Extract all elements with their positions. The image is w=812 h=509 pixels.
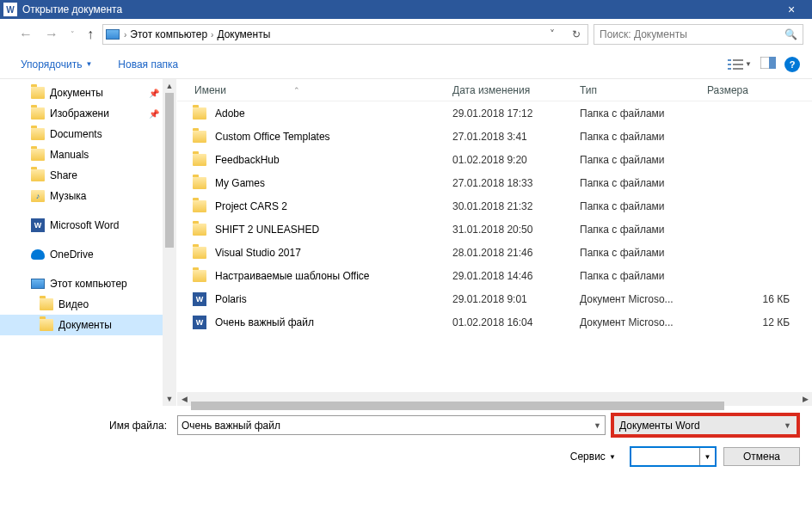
svg-rect-2 bbox=[728, 64, 731, 65]
file-name: Adobe bbox=[215, 107, 245, 120]
file-type: Папка с файлами bbox=[580, 177, 707, 189]
search-icon[interactable]: 🔍 bbox=[784, 28, 797, 40]
close-button[interactable]: × bbox=[774, 3, 809, 16]
file-list: Имени⌃ Дата изменения Тип Размера Adobe2… bbox=[177, 79, 812, 406]
sidebar-item[interactable]: Документы📌 bbox=[0, 83, 163, 103]
file-size: 16 КБ bbox=[707, 293, 812, 305]
file-type: Папка с файлами bbox=[580, 131, 707, 143]
file-row[interactable]: WОчень важный файл01.02.2018 16:04Докуме… bbox=[177, 310, 812, 334]
sidebar-item[interactable]: ♪Музыка bbox=[0, 186, 163, 206]
word-icon: W bbox=[31, 218, 45, 232]
sidebar-scrollbar[interactable]: ▲ ▼ bbox=[163, 79, 176, 406]
content-h-scrollbar[interactable]: ◀ ▶ bbox=[177, 392, 812, 406]
file-type: Папка с файлами bbox=[580, 247, 707, 259]
folder-icon bbox=[193, 200, 206, 212]
scrollbar-thumb[interactable] bbox=[165, 93, 174, 248]
preview-icon bbox=[760, 57, 776, 69]
breadcrumb-location[interactable]: Документы bbox=[217, 28, 270, 40]
sidebar-item[interactable]: WMicrosoft Word bbox=[0, 215, 163, 236]
file-date: 30.01.2018 21:32 bbox=[452, 200, 580, 212]
service-button[interactable]: Сервис▼ bbox=[563, 448, 623, 465]
svg-rect-5 bbox=[733, 68, 743, 70]
file-date: 01.02.2018 16:04 bbox=[452, 316, 580, 328]
file-row[interactable]: Настраиваемые шаблоны Office29.01.2018 1… bbox=[177, 264, 812, 287]
folder-icon bbox=[193, 177, 206, 189]
file-row[interactable]: Visual Studio 201728.01.2018 21:46Папка … bbox=[177, 241, 812, 264]
breadcrumb-pc[interactable]: Этот компьютер bbox=[130, 28, 207, 40]
organize-button[interactable]: Упорядочить▼ bbox=[15, 55, 97, 74]
file-date: 29.01.2018 9:01 bbox=[452, 293, 580, 305]
file-row[interactable]: Custom Office Templates27.01.2018 3:41Па… bbox=[177, 125, 812, 148]
sidebar-item[interactable]: Manuals bbox=[0, 144, 163, 165]
file-row[interactable]: Adobe29.01.2018 17:12Папка с файлами bbox=[177, 101, 812, 125]
up-button[interactable]: ↑ bbox=[83, 27, 97, 42]
file-date: 31.01.2018 20:50 bbox=[452, 224, 580, 236]
sidebar-item[interactable]: Этот компьютер bbox=[0, 273, 163, 294]
search-input[interactable]: Поиск: Документы 🔍 bbox=[594, 24, 803, 45]
open-split-button[interactable]: ▼ bbox=[699, 448, 715, 465]
file-row[interactable]: FeedbackHub01.02.2018 9:20Папка с файлам… bbox=[177, 148, 812, 171]
chevron-down-icon: ▼ bbox=[609, 453, 616, 461]
sidebar-item-label: OneDrive bbox=[50, 248, 94, 261]
chevron-down-icon: ▼ bbox=[85, 60, 92, 68]
pc-icon bbox=[31, 279, 45, 289]
folder-icon bbox=[40, 319, 53, 331]
chevron-right-icon[interactable]: › bbox=[120, 30, 130, 40]
chevron-right-icon[interactable]: › bbox=[207, 30, 217, 40]
sidebar-item[interactable]: OneDrive bbox=[0, 244, 163, 265]
column-name[interactable]: Имени⌃ bbox=[177, 84, 452, 96]
scroll-up-icon[interactable]: ▲ bbox=[163, 79, 176, 93]
scroll-left-icon[interactable]: ◀ bbox=[177, 395, 191, 403]
filetype-select[interactable]: Документы Word ▼ bbox=[611, 413, 800, 438]
sidebar-item[interactable]: Share bbox=[0, 165, 163, 186]
file-name: FeedbackHub bbox=[215, 154, 280, 166]
cancel-button[interactable]: Отмена bbox=[723, 447, 800, 466]
scroll-right-icon[interactable]: ▶ bbox=[798, 395, 812, 403]
sidebar-item[interactable]: Изображени📌 bbox=[0, 103, 163, 124]
help-button[interactable]: ? bbox=[784, 57, 800, 72]
column-size[interactable]: Размера bbox=[707, 84, 812, 96]
sidebar-item-label: Share bbox=[50, 169, 77, 181]
forward-button[interactable]: → bbox=[41, 27, 62, 42]
folder-icon bbox=[31, 107, 45, 120]
sidebar-item-label: Музыка bbox=[50, 190, 86, 202]
open-button[interactable]: Открыть ▼ bbox=[630, 446, 717, 467]
scroll-down-icon[interactable]: ▼ bbox=[163, 392, 176, 406]
file-type: Папка с файлами bbox=[580, 200, 707, 212]
sidebar-item[interactable]: Видео bbox=[0, 294, 163, 315]
folder-icon bbox=[193, 270, 206, 282]
svg-rect-1 bbox=[733, 59, 743, 61]
sidebar-item[interactable]: Документы bbox=[0, 315, 163, 335]
window-title: Открытие документа bbox=[22, 3, 774, 15]
breadcrumb[interactable]: › Этот компьютер › Документы ˅ ↻ bbox=[102, 24, 588, 45]
svg-rect-3 bbox=[733, 64, 743, 65]
folder-icon bbox=[193, 131, 206, 143]
sidebar-item[interactable]: Documents bbox=[0, 124, 163, 144]
chevron-down-icon[interactable]: ▼ bbox=[784, 421, 791, 430]
main-area: Документы📌Изображени📌DocumentsManualsSha… bbox=[0, 79, 812, 406]
folder-icon bbox=[193, 154, 206, 166]
filename-input[interactable]: Очень важный файл ▼ bbox=[177, 415, 606, 435]
column-type[interactable]: Тип bbox=[580, 84, 707, 96]
back-button[interactable]: ← bbox=[15, 27, 36, 42]
file-row[interactable]: Project CARS 230.01.2018 21:32Папка с фа… bbox=[177, 194, 812, 218]
breadcrumb-dropdown[interactable]: ˅ bbox=[541, 28, 567, 40]
new-folder-button[interactable]: Новая папка bbox=[113, 55, 183, 74]
refresh-button[interactable]: ↻ bbox=[567, 28, 586, 40]
file-row[interactable]: SHIFT 2 UNLEASHED31.01.2018 20:50Папка с… bbox=[177, 218, 812, 241]
folder-icon bbox=[31, 128, 45, 140]
sidebar-item-label: Documents bbox=[50, 128, 102, 140]
preview-pane-button[interactable] bbox=[760, 57, 776, 71]
view-details-button[interactable]: ▼ bbox=[728, 58, 752, 71]
search-placeholder: Поиск: Документы bbox=[600, 28, 784, 40]
file-row[interactable]: My Games27.01.2018 18:33Папка с файлами bbox=[177, 171, 812, 194]
recent-dropdown[interactable]: ˅ bbox=[67, 30, 78, 39]
file-date: 27.01.2018 3:41 bbox=[452, 131, 580, 143]
chevron-down-icon[interactable]: ▼ bbox=[594, 421, 601, 430]
column-date[interactable]: Дата изменения bbox=[452, 84, 580, 96]
file-row[interactable]: WPolaris29.01.2018 9:01Документ Microso.… bbox=[177, 287, 812, 310]
file-size: 12 КБ bbox=[707, 316, 812, 328]
scrollbar-thumb[interactable] bbox=[191, 402, 724, 410]
file-type: Папка с файлами bbox=[580, 154, 707, 166]
file-type: Папка с файлами bbox=[580, 270, 707, 282]
